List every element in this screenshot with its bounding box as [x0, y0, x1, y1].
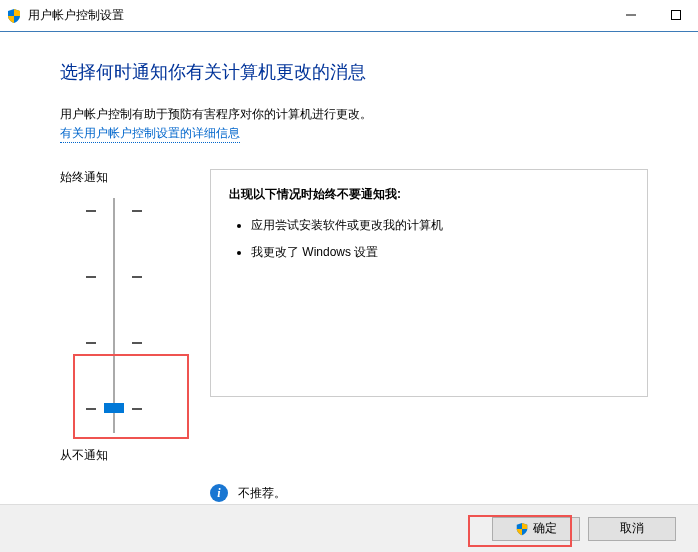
uac-shield-icon [515, 522, 529, 536]
info-panel: 出现以下情况时始终不要通知我: 应用尝试安装软件或更改我的计算机 我更改了 Wi… [210, 169, 648, 397]
description-text: 用户帐户控制有助于预防有害程序对你的计算机进行更改。 [60, 106, 648, 123]
panel-title: 出现以下情况时始终不要通知我: [229, 186, 629, 203]
panel-list: 应用尝试安装软件或更改我的计算机 我更改了 Windows 设置 [229, 217, 629, 261]
cancel-button[interactable]: 取消 [588, 517, 676, 541]
titlebar: 用户帐户控制设置 [0, 0, 698, 32]
window-controls [608, 0, 698, 30]
ok-button-label: 确定 [533, 520, 557, 537]
content-area: 选择何时通知你有关计算机更改的消息 用户帐户控制有助于预防有害程序对你的计算机进… [0, 32, 698, 502]
window-title: 用户帐户控制设置 [28, 7, 124, 24]
svg-rect-1 [671, 11, 680, 20]
learn-more-link[interactable]: 有关用户帐户控制设置的详细信息 [60, 125, 240, 143]
slider-thumb[interactable] [104, 403, 124, 413]
maximize-button[interactable] [653, 0, 698, 30]
minimize-button[interactable] [608, 0, 653, 30]
cancel-button-label: 取消 [620, 520, 644, 537]
page-heading: 选择何时通知你有关计算机更改的消息 [60, 60, 648, 84]
recommendation-row: i 不推荐。 [210, 484, 648, 502]
recommendation-text: 不推荐。 [238, 485, 286, 502]
panel-list-item: 我更改了 Windows 设置 [251, 244, 629, 261]
ok-button[interactable]: 确定 [492, 517, 580, 541]
slider-label-never: 从不通知 [60, 447, 190, 464]
uac-slider[interactable] [86, 198, 142, 433]
uac-shield-icon [6, 8, 22, 24]
info-icon: i [210, 484, 228, 502]
slider-label-always: 始终通知 [60, 169, 190, 186]
bottom-bar: 确定 取消 [0, 504, 698, 552]
slider-column: 始终通知 从不通知 [60, 169, 190, 464]
panel-list-item: 应用尝试安装软件或更改我的计算机 [251, 217, 629, 234]
